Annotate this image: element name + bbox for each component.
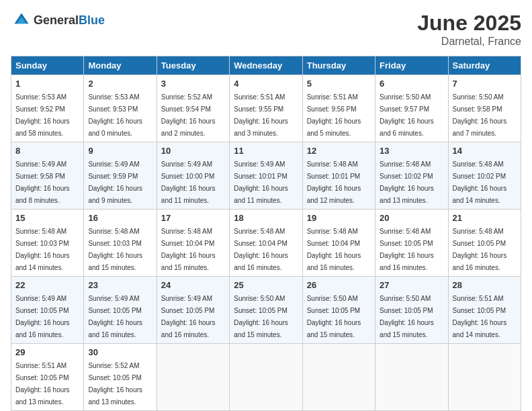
calendar-cell: 26 Sunrise: 5:50 AMSunset: 10:05 PMDayli… bbox=[302, 277, 375, 344]
day-info: Sunrise: 5:48 AMSunset: 10:04 PMDaylight… bbox=[234, 228, 288, 271]
day-info: Sunrise: 5:50 AMSunset: 10:05 PMDaylight… bbox=[380, 295, 434, 338]
calendar-cell: 20 Sunrise: 5:48 AMSunset: 10:05 PMDayli… bbox=[375, 210, 448, 277]
logo-icon bbox=[12, 11, 31, 30]
day-info: Sunrise: 5:51 AMSunset: 9:55 PMDaylight:… bbox=[234, 93, 288, 137]
calendar-table: Sunday Monday Tuesday Wednesday Thursday… bbox=[11, 56, 521, 411]
day-number: 18 bbox=[234, 213, 298, 223]
day-number: 11 bbox=[234, 146, 298, 156]
day-number: 20 bbox=[380, 213, 443, 223]
day-info: Sunrise: 5:48 AMSunset: 10:05 PMDaylight… bbox=[380, 228, 434, 271]
calendar-cell: 1 Sunrise: 5:53 AMSunset: 9:52 PMDayligh… bbox=[11, 75, 84, 142]
day-info: Sunrise: 5:49 AMSunset: 9:59 PMDaylight:… bbox=[88, 161, 142, 204]
weekday-header-row: Sunday Monday Tuesday Wednesday Thursday… bbox=[11, 56, 521, 75]
calendar-cell: 18 Sunrise: 5:48 AMSunset: 10:04 PMDayli… bbox=[230, 210, 302, 277]
calendar-cell: 4 Sunrise: 5:51 AMSunset: 9:55 PMDayligh… bbox=[230, 75, 302, 142]
day-info: Sunrise: 5:53 AMSunset: 9:53 PMDaylight:… bbox=[88, 93, 142, 137]
calendar-cell: 10 Sunrise: 5:49 AMSunset: 10:00 PMDayli… bbox=[157, 142, 229, 210]
header-tuesday: Tuesday bbox=[157, 56, 229, 75]
calendar-cell: 17 Sunrise: 5:48 AMSunset: 10:04 PMDayli… bbox=[157, 210, 229, 277]
day-number: 14 bbox=[453, 146, 517, 156]
day-number: 5 bbox=[307, 79, 371, 89]
day-info: Sunrise: 5:49 AMSunset: 9:58 PMDaylight:… bbox=[15, 161, 70, 204]
day-number: 25 bbox=[234, 280, 298, 290]
day-number: 24 bbox=[161, 280, 225, 290]
day-number: 28 bbox=[453, 280, 517, 290]
logo: GeneralBlue bbox=[11, 11, 105, 30]
calendar-cell: 6 Sunrise: 5:50 AMSunset: 9:57 PMDayligh… bbox=[375, 75, 448, 142]
day-number: 27 bbox=[380, 280, 443, 290]
calendar-cell: 8 Sunrise: 5:49 AMSunset: 9:58 PMDayligh… bbox=[11, 142, 84, 210]
calendar-cell: 28 Sunrise: 5:51 AMSunset: 10:05 PMDayli… bbox=[448, 277, 521, 344]
logo-blue-text: Blue bbox=[79, 13, 105, 27]
page-header: GeneralBlue June 2025 Darnetal, France bbox=[11, 11, 521, 48]
day-info: Sunrise: 5:48 AMSunset: 10:05 PMDaylight… bbox=[453, 228, 507, 271]
day-info: Sunrise: 5:49 AMSunset: 10:00 PMDaylight… bbox=[161, 161, 216, 204]
day-number: 23 bbox=[88, 280, 152, 290]
calendar-cell: 22 Sunrise: 5:49 AMSunset: 10:05 PMDayli… bbox=[11, 277, 84, 344]
calendar-cell: 11 Sunrise: 5:49 AMSunset: 10:01 PMDayli… bbox=[230, 142, 302, 210]
header-thursday: Thursday bbox=[302, 56, 375, 75]
header-monday: Monday bbox=[84, 56, 157, 75]
day-info: Sunrise: 5:48 AMSunset: 10:02 PMDaylight… bbox=[380, 161, 434, 204]
day-number: 9 bbox=[88, 146, 152, 156]
day-info: Sunrise: 5:50 AMSunset: 9:57 PMDaylight:… bbox=[380, 93, 434, 137]
day-number: 30 bbox=[88, 347, 152, 357]
day-number: 10 bbox=[161, 146, 225, 156]
day-info: Sunrise: 5:49 AMSunset: 10:05 PMDaylight… bbox=[15, 295, 70, 338]
calendar-cell bbox=[375, 344, 448, 411]
calendar-cell: 29 Sunrise: 5:51 AMSunset: 10:05 PMDayli… bbox=[11, 344, 84, 411]
calendar-cell: 7 Sunrise: 5:50 AMSunset: 9:58 PMDayligh… bbox=[448, 75, 521, 142]
day-info: Sunrise: 5:52 AMSunset: 10:05 PMDaylight… bbox=[88, 362, 142, 406]
calendar-cell: 5 Sunrise: 5:51 AMSunset: 9:56 PMDayligh… bbox=[302, 75, 375, 142]
day-info: Sunrise: 5:51 AMSunset: 9:56 PMDaylight:… bbox=[307, 93, 361, 137]
day-info: Sunrise: 5:50 AMSunset: 9:58 PMDaylight:… bbox=[453, 93, 507, 137]
header-saturday: Saturday bbox=[448, 56, 521, 75]
day-info: Sunrise: 5:50 AMSunset: 10:05 PMDaylight… bbox=[234, 295, 288, 338]
day-number: 17 bbox=[161, 213, 225, 223]
calendar-cell: 2 Sunrise: 5:53 AMSunset: 9:53 PMDayligh… bbox=[84, 75, 157, 142]
day-info: Sunrise: 5:52 AMSunset: 9:54 PMDaylight:… bbox=[161, 93, 216, 137]
day-number: 1 bbox=[15, 79, 79, 89]
day-info: Sunrise: 5:49 AMSunset: 10:05 PMDaylight… bbox=[88, 295, 142, 338]
calendar-cell: 25 Sunrise: 5:50 AMSunset: 10:05 PMDayli… bbox=[230, 277, 302, 344]
calendar-cell: 12 Sunrise: 5:48 AMSunset: 10:01 PMDayli… bbox=[302, 142, 375, 210]
calendar-cell: 9 Sunrise: 5:49 AMSunset: 9:59 PMDayligh… bbox=[84, 142, 157, 210]
day-number: 22 bbox=[15, 280, 79, 290]
calendar-cell: 15 Sunrise: 5:48 AMSunset: 10:03 PMDayli… bbox=[11, 210, 84, 277]
day-info: Sunrise: 5:48 AMSunset: 10:03 PMDaylight… bbox=[15, 228, 70, 271]
day-info: Sunrise: 5:48 AMSunset: 10:04 PMDaylight… bbox=[307, 228, 361, 271]
calendar-cell: 24 Sunrise: 5:49 AMSunset: 10:05 PMDayli… bbox=[157, 277, 229, 344]
day-number: 21 bbox=[453, 213, 517, 223]
calendar-cell: 21 Sunrise: 5:48 AMSunset: 10:05 PMDayli… bbox=[448, 210, 521, 277]
day-number: 26 bbox=[307, 280, 371, 290]
day-number: 7 bbox=[453, 79, 517, 89]
day-number: 3 bbox=[161, 79, 225, 89]
location-title: Darnetal, France bbox=[417, 36, 521, 48]
calendar-cell bbox=[230, 344, 302, 411]
day-info: Sunrise: 5:48 AMSunset: 10:04 PMDaylight… bbox=[161, 228, 216, 271]
header-sunday: Sunday bbox=[11, 56, 84, 75]
day-number: 29 bbox=[15, 347, 79, 357]
day-number: 19 bbox=[307, 213, 371, 223]
header-friday: Friday bbox=[375, 56, 448, 75]
day-number: 15 bbox=[15, 213, 79, 223]
calendar-row-1: 1 Sunrise: 5:53 AMSunset: 9:52 PMDayligh… bbox=[11, 75, 521, 142]
calendar-row-4: 22 Sunrise: 5:49 AMSunset: 10:05 PMDayli… bbox=[11, 277, 521, 344]
calendar-cell: 13 Sunrise: 5:48 AMSunset: 10:02 PMDayli… bbox=[375, 142, 448, 210]
month-title: June 2025 bbox=[417, 11, 521, 36]
day-info: Sunrise: 5:53 AMSunset: 9:52 PMDaylight:… bbox=[15, 93, 70, 137]
calendar-cell bbox=[157, 344, 229, 411]
calendar-row-2: 8 Sunrise: 5:49 AMSunset: 9:58 PMDayligh… bbox=[11, 142, 521, 210]
day-info: Sunrise: 5:50 AMSunset: 10:05 PMDaylight… bbox=[307, 295, 361, 338]
day-info: Sunrise: 5:48 AMSunset: 10:02 PMDaylight… bbox=[453, 161, 507, 204]
day-info: Sunrise: 5:48 AMSunset: 10:03 PMDaylight… bbox=[88, 228, 142, 271]
calendar-cell bbox=[448, 344, 521, 411]
calendar-cell: 19 Sunrise: 5:48 AMSunset: 10:04 PMDayli… bbox=[302, 210, 375, 277]
calendar-cell: 3 Sunrise: 5:52 AMSunset: 9:54 PMDayligh… bbox=[157, 75, 229, 142]
day-info: Sunrise: 5:51 AMSunset: 10:05 PMDaylight… bbox=[453, 295, 507, 338]
calendar-cell: 23 Sunrise: 5:49 AMSunset: 10:05 PMDayli… bbox=[84, 277, 157, 344]
logo-general-text: General bbox=[34, 13, 79, 27]
calendar-cell: 16 Sunrise: 5:48 AMSunset: 10:03 PMDayli… bbox=[84, 210, 157, 277]
calendar-cell: 30 Sunrise: 5:52 AMSunset: 10:05 PMDayli… bbox=[84, 344, 157, 411]
header-wednesday: Wednesday bbox=[230, 56, 302, 75]
